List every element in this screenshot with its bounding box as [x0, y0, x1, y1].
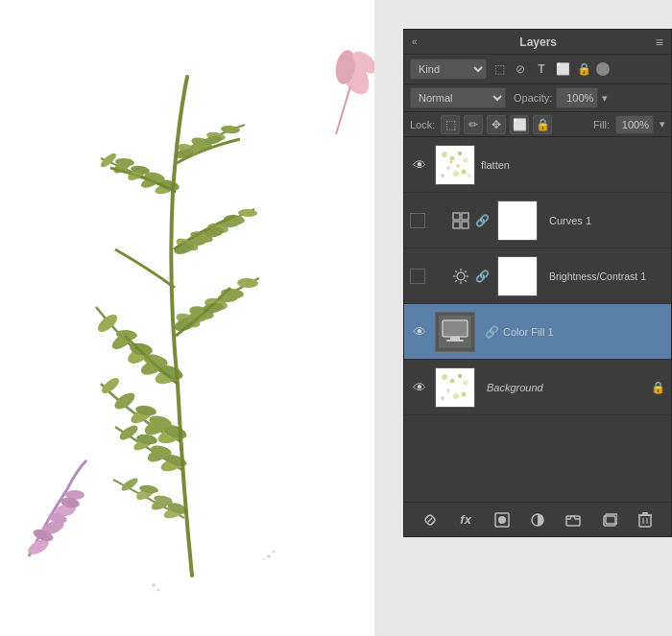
layer-thumbnail-curves1	[497, 200, 538, 241]
brightness-adj-icon	[450, 266, 471, 287]
svg-line-105	[465, 280, 467, 282]
lock-all-icon[interactable]: 🔒	[533, 115, 552, 134]
blend-row: Normal Multiply Screen Overlay Opacity: …	[404, 84, 671, 112]
lock-position-icon[interactable]: ✥	[487, 115, 506, 134]
filter-shape-icon[interactable]: ⬜	[554, 60, 571, 78]
svg-point-120	[453, 393, 459, 399]
layer-item-colorfill1[interactable]: 👁 🔗 Color Fill 1	[404, 304, 671, 360]
layer-visibility-flatten[interactable]: 👁	[410, 157, 429, 173]
svg-point-122	[462, 391, 467, 396]
layer-item-curves1[interactable]: 👁 🔗 Curves 1	[404, 193, 671, 248]
filter-icons: ⬚ ⊘ T ⬜ 🔒	[491, 60, 610, 78]
layer-thumbnail-background	[435, 367, 475, 408]
svg-point-117	[458, 374, 462, 378]
svg-line-106	[465, 271, 467, 272]
toolbar-adjustment-btn[interactable]	[526, 508, 549, 531]
layer-visibility-colorfill1[interactable]: 👁	[410, 324, 429, 340]
toolbar-delete-btn[interactable]	[634, 508, 657, 531]
layers-list: 👁 flatten	[404, 137, 671, 502]
svg-line-104	[455, 271, 457, 272]
layer-link-curves1: 🔗	[475, 214, 490, 227]
svg-point-79	[263, 558, 265, 560]
svg-point-93	[456, 164, 460, 168]
svg-point-121	[441, 396, 444, 400]
filter-smart-icon[interactable]: 🔒	[575, 60, 592, 78]
svg-point-118	[464, 380, 468, 385]
panel-menu-icon[interactable]: ≡	[656, 35, 663, 50]
layer-name-background: Background	[487, 382, 651, 393]
svg-rect-114	[437, 369, 473, 406]
toolbar-group-btn[interactable]	[562, 508, 585, 531]
svg-point-90	[462, 169, 467, 174]
layer-visibility-curves1[interactable]: 👁	[429, 213, 448, 228]
svg-point-87	[446, 166, 450, 170]
svg-rect-113	[444, 321, 467, 336]
svg-line-123	[428, 518, 432, 522]
layer-name-colorfill1: Color Fill 1	[503, 326, 665, 338]
svg-point-115	[442, 374, 447, 380]
layer-visibility-background[interactable]: 👁	[410, 380, 429, 395]
lock-icons: ⬚ ✏ ✥ ⬜ 🔒	[441, 115, 552, 134]
svg-point-116	[450, 378, 455, 383]
layer-name-flatten: flatten	[481, 159, 665, 171]
layers-panel: « Layers ≡ Kind ⬚ ⊘ T ⬜ 🔒 Normal Multipl…	[403, 29, 672, 537]
layer-checkbox-curves1[interactable]	[410, 213, 425, 228]
layer-visibility-brightness1[interactable]: 👁	[429, 269, 448, 284]
fill-label: Fill:	[593, 119, 610, 130]
svg-rect-97	[462, 222, 468, 228]
toolbar-mask-btn[interactable]	[491, 508, 514, 531]
filter-pixel-icon[interactable]: ⬚	[491, 60, 508, 78]
opacity-input[interactable]: 100%	[556, 87, 598, 108]
svg-point-85	[458, 152, 462, 155]
svg-point-89	[441, 174, 444, 177]
layer-name-brightness1: Brightness/Contrast 1	[549, 271, 665, 282]
panel-toolbar: fx	[404, 502, 671, 536]
toolbar-link-btn[interactable]	[419, 508, 442, 531]
toolbar-fx-btn[interactable]: fx	[454, 508, 477, 531]
opacity-label: Opacity:	[514, 92, 552, 104]
svg-rect-82	[437, 147, 473, 183]
layer-item-brightness1[interactable]: 👁 🔗 B	[404, 248, 671, 304]
svg-point-119	[446, 389, 450, 392]
fill-chevron[interactable]: ▾	[660, 118, 665, 130]
panel-title: Layers	[519, 35, 557, 49]
lock-artboard-icon[interactable]: ⬜	[510, 115, 529, 134]
toolbar-new-layer-btn[interactable]	[598, 508, 621, 531]
svg-point-86	[464, 157, 468, 162]
panel-collapse-icon[interactable]: «	[412, 36, 418, 47]
layer-item-flatten[interactable]: 👁 flatten	[404, 137, 671, 193]
lock-transparent-icon[interactable]: ⬚	[441, 115, 460, 134]
svg-rect-98	[500, 203, 535, 238]
svg-line-107	[455, 280, 457, 282]
blend-mode-select[interactable]: Normal Multiply Screen Overlay	[410, 87, 506, 108]
svg-point-88	[453, 171, 459, 177]
filter-row: Kind ⬚ ⊘ T ⬜ 🔒	[404, 55, 671, 84]
svg-point-81	[157, 589, 160, 592]
svg-rect-108	[500, 259, 535, 294]
layer-lock-background: 🔒	[651, 381, 665, 394]
svg-rect-94	[453, 213, 460, 220]
svg-rect-127	[566, 516, 580, 526]
filter-kind-select[interactable]: Kind	[410, 59, 487, 80]
svg-point-91	[468, 174, 471, 177]
filter-type-icon[interactable]: T	[533, 60, 550, 78]
svg-rect-130	[639, 515, 651, 527]
layer-thumbnail-brightness1	[497, 256, 538, 296]
panel-header: « Layers ≡	[404, 30, 671, 55]
svg-point-99	[457, 272, 465, 280]
opacity-chevron[interactable]: ▾	[602, 92, 608, 105]
svg-point-78	[273, 551, 276, 554]
svg-rect-95	[462, 213, 468, 220]
fill-input[interactable]: 100%	[615, 115, 654, 134]
svg-point-83	[442, 152, 447, 157]
lock-label: Lock:	[410, 119, 435, 130]
lock-pixels-icon[interactable]: ✏	[464, 115, 483, 134]
layer-checkbox-brightness1[interactable]	[410, 269, 425, 284]
svg-point-125	[498, 516, 506, 524]
filter-color-icon[interactable]	[596, 62, 610, 76]
layer-item-background[interactable]: 👁 Background 🔒	[404, 360, 671, 415]
layer-thumbnail-colorfill1	[435, 312, 475, 352]
filter-adjustment-icon[interactable]: ⊘	[512, 60, 529, 78]
layer-name-curves1: Curves 1	[549, 215, 665, 226]
svg-point-92	[450, 160, 453, 163]
